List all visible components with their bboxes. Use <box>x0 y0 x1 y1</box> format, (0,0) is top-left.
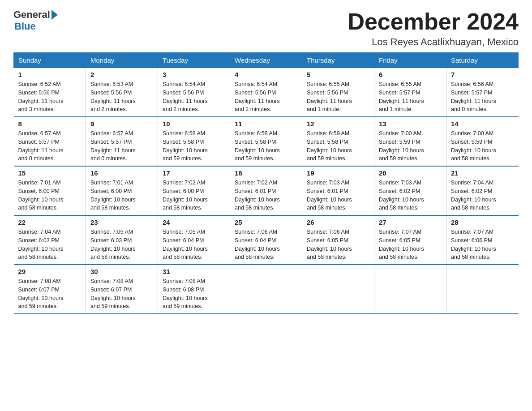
day-number: 23 <box>90 218 153 226</box>
day-number: 4 <box>235 71 297 78</box>
header-tuesday: Tuesday <box>158 53 230 68</box>
calendar-cell: 26Sunrise: 7:06 AMSunset: 6:05 PMDayligh… <box>302 215 374 265</box>
day-info: Sunrise: 6:52 AMSunset: 5:56 PMDaylight:… <box>18 80 82 114</box>
logo-blue-text: Blue <box>14 21 36 32</box>
calendar-cell <box>374 265 446 314</box>
day-number: 6 <box>379 71 442 78</box>
day-info: Sunrise: 7:08 AMSunset: 6:07 PMDaylight:… <box>90 277 153 311</box>
calendar-cell: 30Sunrise: 7:08 AMSunset: 6:07 PMDayligh… <box>86 265 158 314</box>
day-info: Sunrise: 7:08 AMSunset: 6:07 PMDaylight:… <box>18 277 82 311</box>
day-info: Sunrise: 7:03 AMSunset: 6:01 PMDaylight:… <box>307 179 369 212</box>
calendar-cell: 23Sunrise: 7:05 AMSunset: 6:03 PMDayligh… <box>86 215 158 265</box>
day-number: 2 <box>90 71 153 78</box>
day-info: Sunrise: 6:57 AMSunset: 5:57 PMDaylight:… <box>90 129 153 163</box>
day-info: Sunrise: 7:05 AMSunset: 6:04 PMDaylight:… <box>163 228 225 261</box>
calendar-cell: 22Sunrise: 7:04 AMSunset: 6:03 PMDayligh… <box>14 215 86 265</box>
calendar-title: December 2024 <box>348 9 519 34</box>
calendar-cell: 16Sunrise: 7:01 AMSunset: 6:00 PMDayligh… <box>86 166 158 215</box>
day-number: 5 <box>307 71 369 78</box>
week-row-2: 8Sunrise: 6:57 AMSunset: 5:57 PMDaylight… <box>14 117 519 166</box>
day-number: 14 <box>451 120 514 128</box>
calendar-cell: 1Sunrise: 6:52 AMSunset: 5:56 PMDaylight… <box>14 68 86 117</box>
day-info: Sunrise: 6:59 AMSunset: 5:58 PMDaylight:… <box>307 129 369 163</box>
day-number: 31 <box>163 268 225 275</box>
day-number: 21 <box>451 169 514 177</box>
day-number: 19 <box>307 169 369 177</box>
day-info: Sunrise: 7:07 AMSunset: 6:06 PMDaylight:… <box>451 228 514 261</box>
day-info: Sunrise: 7:06 AMSunset: 6:05 PMDaylight:… <box>307 228 369 261</box>
logo-general-text: General <box>13 9 50 21</box>
day-info: Sunrise: 6:54 AMSunset: 5:56 PMDaylight:… <box>235 80 297 114</box>
day-info: Sunrise: 6:54 AMSunset: 5:56 PMDaylight:… <box>163 80 225 114</box>
title-block: December 2024 Los Reyes Acatlixhuayan, M… <box>348 9 519 48</box>
day-info: Sunrise: 7:01 AMSunset: 6:00 PMDaylight:… <box>18 179 82 212</box>
day-number: 27 <box>379 218 442 226</box>
page-header: General Blue December 2024 Los Reyes Aca… <box>13 9 519 48</box>
week-row-4: 22Sunrise: 7:04 AMSunset: 6:03 PMDayligh… <box>14 215 519 265</box>
day-number: 25 <box>235 218 297 226</box>
week-row-1: 1Sunrise: 6:52 AMSunset: 5:56 PMDaylight… <box>14 68 519 117</box>
day-number: 8 <box>18 120 82 128</box>
calendar-cell: 7Sunrise: 6:56 AMSunset: 5:57 PMDaylight… <box>446 68 519 117</box>
day-info: Sunrise: 7:04 AMSunset: 6:03 PMDaylight:… <box>18 228 82 261</box>
calendar-cell: 19Sunrise: 7:03 AMSunset: 6:01 PMDayligh… <box>302 166 374 215</box>
day-info: Sunrise: 6:55 AMSunset: 5:57 PMDaylight:… <box>379 80 442 114</box>
day-number: 22 <box>18 218 82 226</box>
calendar-cell <box>230 265 302 314</box>
calendar-cell: 9Sunrise: 6:57 AMSunset: 5:57 PMDaylight… <box>86 117 158 166</box>
calendar-cell: 11Sunrise: 6:58 AMSunset: 5:58 PMDayligh… <box>230 117 302 166</box>
day-info: Sunrise: 7:06 AMSunset: 6:04 PMDaylight:… <box>235 228 297 261</box>
calendar-cell: 6Sunrise: 6:55 AMSunset: 5:57 PMDaylight… <box>374 68 446 117</box>
logo-arrow-icon <box>51 10 58 20</box>
calendar-cell: 15Sunrise: 7:01 AMSunset: 6:00 PMDayligh… <box>14 166 86 215</box>
calendar-cell: 12Sunrise: 6:59 AMSunset: 5:58 PMDayligh… <box>302 117 374 166</box>
header-monday: Monday <box>86 53 158 68</box>
day-number: 26 <box>307 218 369 226</box>
calendar-cell: 13Sunrise: 7:00 AMSunset: 5:59 PMDayligh… <box>374 117 446 166</box>
calendar-cell: 2Sunrise: 6:53 AMSunset: 5:56 PMDaylight… <box>86 68 158 117</box>
day-number: 24 <box>163 218 225 226</box>
weekday-header-row: SundayMondayTuesdayWednesdayThursdayFrid… <box>14 53 519 68</box>
day-number: 16 <box>90 169 153 177</box>
day-info: Sunrise: 7:00 AMSunset: 5:59 PMDaylight:… <box>379 129 442 163</box>
calendar-cell: 18Sunrise: 7:02 AMSunset: 6:01 PMDayligh… <box>230 166 302 215</box>
day-info: Sunrise: 7:00 AMSunset: 5:59 PMDaylight:… <box>451 129 514 163</box>
day-number: 29 <box>18 268 82 275</box>
day-number: 20 <box>379 169 442 177</box>
day-number: 17 <box>163 169 225 177</box>
calendar-cell: 5Sunrise: 6:55 AMSunset: 5:56 PMDaylight… <box>302 68 374 117</box>
calendar-cell: 21Sunrise: 7:04 AMSunset: 6:02 PMDayligh… <box>446 166 519 215</box>
day-number: 7 <box>451 71 514 78</box>
day-number: 11 <box>235 120 297 128</box>
calendar-cell: 25Sunrise: 7:06 AMSunset: 6:04 PMDayligh… <box>230 215 302 265</box>
day-number: 9 <box>90 120 153 128</box>
day-number: 12 <box>307 120 369 128</box>
header-wednesday: Wednesday <box>230 53 302 68</box>
day-number: 13 <box>379 120 442 128</box>
day-info: Sunrise: 6:56 AMSunset: 5:57 PMDaylight:… <box>451 80 514 114</box>
calendar-cell: 20Sunrise: 7:03 AMSunset: 6:02 PMDayligh… <box>374 166 446 215</box>
calendar-cell: 29Sunrise: 7:08 AMSunset: 6:07 PMDayligh… <box>14 265 86 314</box>
day-info: Sunrise: 7:04 AMSunset: 6:02 PMDaylight:… <box>451 179 514 212</box>
day-info: Sunrise: 6:57 AMSunset: 5:57 PMDaylight:… <box>18 129 82 163</box>
calendar-table: SundayMondayTuesdayWednesdayThursdayFrid… <box>13 52 519 314</box>
day-info: Sunrise: 7:03 AMSunset: 6:02 PMDaylight:… <box>379 179 442 212</box>
calendar-cell: 31Sunrise: 7:08 AMSunset: 6:08 PMDayligh… <box>158 265 230 314</box>
week-row-3: 15Sunrise: 7:01 AMSunset: 6:00 PMDayligh… <box>14 166 519 215</box>
header-friday: Friday <box>374 53 446 68</box>
day-number: 1 <box>18 71 82 78</box>
day-info: Sunrise: 6:58 AMSunset: 5:58 PMDaylight:… <box>235 129 297 163</box>
header-sunday: Sunday <box>14 53 86 68</box>
day-info: Sunrise: 7:02 AMSunset: 6:01 PMDaylight:… <box>235 179 297 212</box>
calendar-cell: 4Sunrise: 6:54 AMSunset: 5:56 PMDaylight… <box>230 68 302 117</box>
logo: General Blue <box>13 9 58 32</box>
calendar-cell: 3Sunrise: 6:54 AMSunset: 5:56 PMDaylight… <box>158 68 230 117</box>
day-info: Sunrise: 7:05 AMSunset: 6:03 PMDaylight:… <box>90 228 153 261</box>
day-number: 30 <box>90 268 153 275</box>
header-thursday: Thursday <box>302 53 374 68</box>
day-info: Sunrise: 7:01 AMSunset: 6:00 PMDaylight:… <box>90 179 153 212</box>
header-saturday: Saturday <box>446 53 519 68</box>
day-number: 15 <box>18 169 82 177</box>
week-row-5: 29Sunrise: 7:08 AMSunset: 6:07 PMDayligh… <box>14 265 519 314</box>
calendar-cell: 27Sunrise: 7:07 AMSunset: 6:05 PMDayligh… <box>374 215 446 265</box>
